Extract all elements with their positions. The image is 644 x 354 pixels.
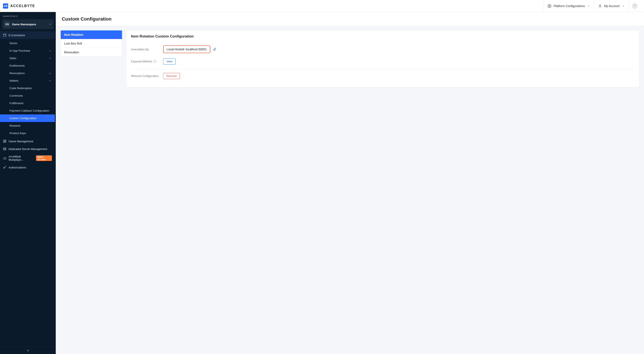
chevron-down-icon — [48, 72, 52, 75]
sidebar-item-wallets[interactable]: Wallets — [0, 77, 55, 84]
pencil-icon — [213, 47, 216, 51]
sidebar-section-label: AccelByte Multiplaye... — [8, 155, 34, 161]
topbar: AB ACCELBYTE Platform Configurations — [0, 0, 644, 12]
overridden-by-value: Local Hosted: localhost:50051 — [163, 45, 210, 53]
sidebar-item-code-redemption[interactable]: Code Redemption — [0, 84, 55, 92]
sidebar-section-dedicated-server-management[interactable]: Dedicated Server Management — [0, 145, 55, 153]
server-icon — [3, 147, 6, 151]
cloud-icon — [3, 156, 6, 160]
tab-item-rotation[interactable]: Item Rotation — [61, 30, 122, 39]
svg-rect-7 — [4, 148, 6, 149]
svg-rect-8 — [4, 149, 6, 150]
panel-title: Item Rotation Custom Configuration — [131, 34, 634, 38]
config-panel: Item Rotation Custom Configuration Overr… — [126, 30, 639, 87]
sidebar-item-label: Currencies — [10, 94, 23, 97]
sidebar-item-label: Sales — [10, 56, 16, 60]
tab-loot-box-roll[interactable]: Loot Box Roll — [61, 39, 122, 48]
svg-rect-2 — [4, 34, 6, 36]
sidebar-item-label: Wallets — [10, 79, 18, 82]
chevron-down-icon — [48, 49, 52, 52]
remove-button[interactable]: Remove — [163, 73, 180, 79]
sidebar-item-custom-configuration[interactable]: Custom Configuration — [0, 114, 55, 122]
row-overridden-by: Overridden By Local Hosted: localhost:50… — [131, 43, 634, 56]
row-remove-configuration: Remove Configuration Remove — [131, 70, 634, 82]
sidebar-nav[interactable]: E-Commerce Stores In-App Purchase Sales … — [0, 31, 56, 347]
sidebar-item-label: Rewards — [10, 124, 20, 127]
sidebar-item-product-keys[interactable]: Product Keys — [0, 129, 55, 137]
svg-point-1 — [600, 5, 601, 6]
sidebar-section-accelbyte-multiplayer[interactable]: AccelByte Multiplaye... Early Access — [0, 153, 55, 163]
chevron-down-icon — [587, 4, 590, 7]
sidebar-section-label: Game Management — [8, 140, 33, 143]
exposed-method-label: Exposed Method — [131, 60, 152, 63]
platform-configurations-menu[interactable]: Platform Configurations — [544, 0, 594, 12]
brand: AB ACCELBYTE — [3, 3, 35, 8]
sidebar-item-label: In-App Purchase — [10, 49, 30, 52]
sidebar-item-label: Fulfillments — [10, 102, 24, 105]
grid-icon — [3, 139, 6, 143]
edit-overridden-by-button[interactable] — [213, 47, 216, 51]
remove-configuration-label: Remove Configuration — [131, 74, 163, 78]
ecommerce-subitems: Stores In-App Purchase Sales Entitlement… — [0, 39, 55, 137]
sidebar-section-label: Authorizations — [8, 166, 26, 169]
main: Custom Configuration Item Rotation Loot … — [56, 12, 644, 354]
sidebar-item-label: Stores — [10, 41, 18, 45]
sidebar-item-sales[interactable]: Sales — [0, 54, 55, 62]
namespace-heading: NAMESPACE — [0, 12, 56, 19]
page-title: Custom Configuration — [56, 12, 644, 26]
chevron-down-icon — [48, 57, 52, 60]
sidebar-section-label: Dedicated Server Management — [8, 147, 47, 151]
config-tabs-card: Item Rotation Loot Box Roll Revocation — [60, 30, 122, 57]
namespace-badge: GN — [4, 21, 10, 27]
overridden-by-label: Overridden By — [131, 48, 163, 51]
divider — [131, 69, 634, 69]
sidebar-section-label: E-Commerce — [8, 34, 25, 37]
my-account-menu[interactable]: My Account — [594, 0, 628, 12]
sidebar-item-label: Custom Configuration — [10, 117, 36, 120]
sidebar-item-label: Payment Callback Configuration — [10, 109, 49, 112]
sidebar-item-stores[interactable]: Stores — [0, 39, 55, 47]
tab-revocation[interactable]: Revocation — [61, 48, 122, 56]
sidebar-item-currencies[interactable]: Currencies — [0, 92, 55, 99]
svg-rect-5 — [4, 141, 4, 142]
sidebar-section-ecommerce[interactable]: E-Commerce — [0, 31, 55, 39]
sidebar-collapse-button[interactable] — [0, 347, 56, 354]
sidebar-item-rewards[interactable]: Rewards — [0, 122, 55, 129]
svg-rect-4 — [5, 140, 6, 141]
platform-configurations-label: Platform Configurations — [554, 4, 585, 8]
sidebar-item-label: Revocations — [10, 71, 25, 75]
namespace-name: Game Namespace — [12, 23, 46, 26]
sidebar-item-in-app-purchase[interactable]: In-App Purchase — [0, 47, 55, 54]
early-access-badge: Early Access — [36, 155, 52, 161]
chevron-down-icon — [48, 23, 52, 26]
brand-mark-icon: AB — [3, 3, 8, 8]
svg-point-0 — [549, 5, 550, 6]
sidebar-item-fulfillments[interactable]: Fulfillments — [0, 99, 55, 107]
chevron-down-icon — [622, 4, 625, 7]
content: Item Rotation Loot Box Roll Revocation I… — [56, 26, 644, 354]
namespace-selector[interactable]: GN Game Namespace — [2, 19, 54, 29]
store-icon — [3, 33, 6, 37]
sidebar: NAMESPACE GN Game Namespace E-Commerce S… — [0, 12, 56, 354]
key-icon — [3, 166, 6, 169]
sidebar-item-label: Code Redemption — [10, 87, 32, 90]
sidebar-item-label: Entitlements — [10, 64, 25, 67]
sidebar-item-revocations[interactable]: Revocations — [0, 69, 55, 77]
sidebar-item-label: Product Keys — [10, 132, 26, 135]
chevron-double-left-icon — [26, 349, 30, 352]
row-exposed-method: Exposed Method i View — [131, 56, 634, 67]
help-button[interactable]: ? — [628, 0, 640, 12]
topbar-actions: Platform Configurations My Account ? — [544, 0, 640, 12]
info-icon[interactable]: i — [153, 60, 156, 63]
sidebar-section-authorizations[interactable]: Authorizations — [0, 163, 55, 171]
gear-icon — [548, 4, 552, 8]
sidebar-section-game-management[interactable]: Game Management — [0, 137, 55, 145]
svg-rect-3 — [4, 140, 4, 141]
help-icon: ? — [632, 4, 637, 8]
chevron-down-icon — [48, 79, 52, 82]
sidebar-item-entitlements[interactable]: Entitlements — [0, 62, 55, 69]
svg-rect-6 — [5, 141, 6, 142]
sidebar-item-payment-callback-config[interactable]: Payment Callback Configuration — [0, 107, 55, 114]
view-button[interactable]: View — [163, 58, 176, 64]
user-icon — [598, 4, 602, 8]
